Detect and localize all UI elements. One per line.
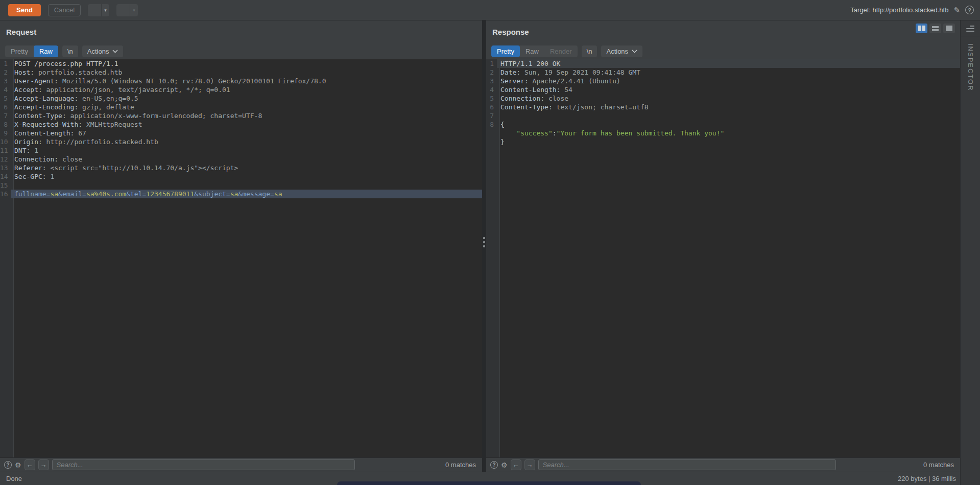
request-line-13[interactable]: 13Referer: <script src="http://10.10.14.… xyxy=(0,164,482,172)
request-line-2[interactable]: 2Host: portfolio.stacked.htb xyxy=(0,68,482,77)
single-layout-icon[interactable] xyxy=(943,24,955,33)
response-actions-button[interactable]: Actions xyxy=(601,45,642,57)
line-number: 15 xyxy=(0,181,11,190)
request-line-16[interactable]: 16fullname=sa&email=sa%40s.com&tel=12345… xyxy=(0,190,482,198)
response-line-5[interactable]: 5Connection: close xyxy=(486,94,960,103)
response-line-8[interactable]: 8{ xyxy=(486,120,960,129)
splitter-handle-icon[interactable] xyxy=(483,237,485,247)
inspector-collapse-icon[interactable] xyxy=(961,20,980,36)
response-tab-pretty[interactable]: Pretty xyxy=(491,45,520,57)
taskbar-peek xyxy=(337,481,641,485)
top-toolbar: Send Cancel < ▾ > ▾ Target: http://portf… xyxy=(0,0,980,20)
request-line-15[interactable]: 15 xyxy=(0,181,482,190)
help-icon[interactable]: ? xyxy=(965,6,974,14)
line-number: 3 xyxy=(486,77,497,85)
line-number: 11 xyxy=(0,146,11,155)
target-url: http://portfolio.stacked.htb xyxy=(873,6,949,14)
response-line-7[interactable]: 7 xyxy=(486,111,960,120)
status-done-label: Done xyxy=(6,475,22,482)
search-prev-icon[interactable]: ← xyxy=(511,459,521,470)
request-line-14[interactable]: 14Sec-GPC: 1 xyxy=(0,172,482,181)
response-line-1[interactable]: 1HTTP/1.1 200 OK xyxy=(486,59,960,68)
forward-icon[interactable]: > xyxy=(116,4,130,16)
response-line-2[interactable]: 2Date: Sun, 19 Sep 2021 09:41:48 GMT xyxy=(486,68,960,77)
inspector-sidebar: INSPECTOR xyxy=(960,20,980,485)
history-back-split-button[interactable]: < ▾ xyxy=(88,4,109,16)
line-number xyxy=(486,129,497,137)
line-number: 6 xyxy=(0,103,11,111)
line-number: 8 xyxy=(0,120,11,129)
line-number: 5 xyxy=(486,94,497,103)
request-line-3[interactable]: 3User-Agent: Mozilla/5.0 (Windows NT 10.… xyxy=(0,77,482,85)
line-number: 7 xyxy=(486,111,497,120)
back-icon[interactable]: < xyxy=(88,4,101,16)
line-number xyxy=(486,137,497,146)
status-metrics-label: 220 bytes | 36 millis xyxy=(898,475,956,482)
line-number: 12 xyxy=(0,155,11,164)
request-search-matches: 0 matches xyxy=(445,461,478,469)
search-next-icon[interactable]: → xyxy=(524,459,535,470)
search-help-icon[interactable]: ? xyxy=(4,461,12,469)
request-search-input[interactable] xyxy=(52,459,355,470)
line-number: 5 xyxy=(0,94,11,103)
line-number: 2 xyxy=(0,68,11,77)
request-editor[interactable]: 1POST /process.php HTTP/1.12Host: portfo… xyxy=(0,59,482,457)
request-line-10[interactable]: 10Origin: http://portfolio.stacked.htb xyxy=(0,137,482,146)
request-tab-newline[interactable]: \n xyxy=(62,45,78,57)
response-line-cont-8[interactable]: "success":"Your form has been submitted.… xyxy=(486,129,960,137)
rows-layout-icon[interactable] xyxy=(929,24,941,33)
search-help-icon[interactable]: ? xyxy=(490,461,498,469)
search-prev-icon[interactable]: ← xyxy=(25,459,35,470)
line-number: 3 xyxy=(0,77,11,85)
line-number: 6 xyxy=(486,103,497,111)
send-button[interactable]: Send xyxy=(8,4,41,16)
response-line-3[interactable]: 3Server: Apache/2.4.41 (Ubuntu) xyxy=(486,77,960,85)
layout-view-buttons xyxy=(916,24,955,33)
response-panel: Response Pretty Raw Render \n xyxy=(486,20,960,472)
response-tab-render[interactable]: Render xyxy=(544,45,578,57)
response-line-6[interactable]: 6Content-Type: text/json; charset=utf8 xyxy=(486,103,960,111)
line-number: 14 xyxy=(0,172,11,181)
line-number: 10 xyxy=(0,137,11,146)
request-tab-raw[interactable]: Raw xyxy=(34,45,58,57)
response-search-input[interactable] xyxy=(538,459,836,470)
request-line-12[interactable]: 12Connection: close xyxy=(0,155,482,164)
chevron-down-icon xyxy=(112,50,118,53)
request-line-5[interactable]: 5Accept-Language: en-US,en;q=0.5 xyxy=(0,94,482,103)
request-tab-row: Pretty Raw \n Actions xyxy=(0,43,482,59)
search-settings-gear-icon[interactable]: ⚙ xyxy=(15,461,21,469)
request-line-9[interactable]: 9Content-Length: 67 xyxy=(0,129,482,137)
request-line-1[interactable]: 1POST /process.php HTTP/1.1 xyxy=(0,59,482,68)
panel-splitter[interactable] xyxy=(482,20,486,472)
response-search-bar: ? ⚙ ← → 0 matches xyxy=(486,457,960,472)
search-settings-gear-icon[interactable]: ⚙ xyxy=(501,461,508,469)
response-search-matches: 0 matches xyxy=(923,461,956,469)
search-next-icon[interactable]: → xyxy=(38,459,49,470)
line-number: 4 xyxy=(486,85,497,94)
cancel-button[interactable]: Cancel xyxy=(48,4,81,16)
request-line-11[interactable]: 11DNT: 1 xyxy=(0,146,482,155)
columns-layout-icon[interactable] xyxy=(916,24,927,33)
line-number: 16 xyxy=(0,190,11,198)
response-tab-newline[interactable]: \n xyxy=(582,45,597,57)
forward-dropdown-icon[interactable]: ▾ xyxy=(130,4,138,16)
response-editor[interactable]: 1HTTP/1.1 200 OK2Date: Sun, 19 Sep 2021 … xyxy=(486,59,960,457)
request-actions-button[interactable]: Actions xyxy=(82,45,124,57)
line-number: 4 xyxy=(0,85,11,94)
request-panel-title: Request xyxy=(6,28,36,36)
request-search-bar: ? ⚙ ← → 0 matches xyxy=(0,457,482,472)
request-line-8[interactable]: 8X-Requested-With: XMLHttpRequest xyxy=(0,120,482,129)
request-line-7[interactable]: 7Content-Type: application/x-www-form-ur… xyxy=(0,111,482,120)
response-tab-raw[interactable]: Raw xyxy=(520,45,544,57)
back-dropdown-icon[interactable]: ▾ xyxy=(101,4,109,16)
edit-target-pencil-icon[interactable]: ✎ xyxy=(953,6,960,15)
response-line-4[interactable]: 4Content-Length: 54 xyxy=(486,85,960,94)
history-forward-split-button[interactable]: > ▾ xyxy=(116,4,138,16)
request-tab-pretty[interactable]: Pretty xyxy=(5,45,34,57)
request-line-6[interactable]: 6Accept-Encoding: gzip, deflate xyxy=(0,103,482,111)
response-line-cont-9[interactable]: } xyxy=(486,137,960,146)
line-number: 1 xyxy=(0,59,11,68)
status-bar: Done 220 bytes | 36 millis xyxy=(0,472,960,485)
request-line-4[interactable]: 4Accept: application/json, text/javascri… xyxy=(0,85,482,94)
line-number: 13 xyxy=(0,164,11,172)
